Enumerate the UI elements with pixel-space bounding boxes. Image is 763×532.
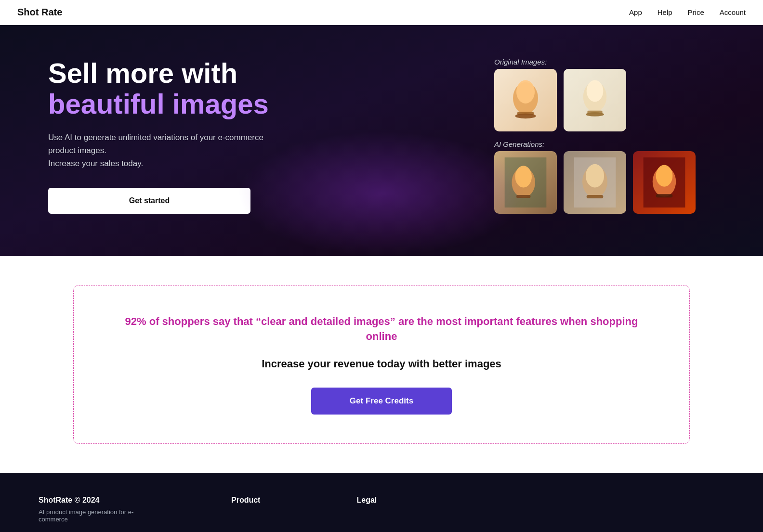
original-images-row [494,69,696,131]
nav-item-app[interactable]: App [629,8,642,17]
original-images-label: Original Images: [494,58,696,66]
original-images-section: Original Images: [494,58,696,131]
stats-tagline: Increase your revenue today with better … [112,358,651,370]
hero-headline: Sell more with beautiful images [48,58,279,119]
footer-col-product-heading: Product [231,496,260,505]
nav-item-price[interactable]: Price [688,8,704,17]
footer-brand-name: ShotRate © 2024 [39,496,135,505]
nav-link-account[interactable]: Account [720,8,746,16]
ai-image-3 [633,151,696,214]
footer-col-product: Product [231,496,260,512]
nav-link-app[interactable]: App [629,8,642,16]
navigation: Shot Rate App Help Price Account [0,0,763,25]
stats-card: 92% of shoppers say that “clear and deta… [73,285,690,444]
hero-left: Sell more with beautiful images Use AI t… [48,58,279,213]
svg-point-5 [587,80,604,102]
original-image-2 [564,69,626,131]
nav-link-price[interactable]: Price [688,8,704,16]
site-logo[interactable]: Shot Rate [17,7,62,18]
hero-section: Sell more with beautiful images Use AI t… [0,25,763,256]
svg-point-7 [586,112,604,117]
svg-point-18 [656,165,673,187]
svg-point-3 [515,114,536,118]
hero-subtext-line2: Increase your sales today. [48,159,143,168]
nav-links: App Help Price Account [629,8,746,17]
footer-col-legal-heading: Legal [356,496,377,505]
hero-headline-plain: Sell more with [48,57,237,89]
svg-point-14 [586,164,604,188]
ai-image-1 [494,151,557,214]
footer-brand: ShotRate © 2024 AI product image generat… [39,496,135,523]
hero-headline-highlight: beautiful images [48,88,269,119]
footer: ShotRate © 2024 AI product image generat… [0,473,763,532]
svg-rect-11 [516,195,530,198]
hero-subtext: Use AI to generate unlimited variations … [48,131,279,170]
svg-rect-19 [656,194,673,197]
stats-cta-button[interactable]: Get Free Credits [311,388,452,415]
hero-right: Original Images: [494,58,715,214]
nav-link-help[interactable]: Help [658,8,672,16]
nav-item-help[interactable]: Help [658,8,672,17]
ai-images-section: AI Generations: [494,140,696,214]
footer-brand-sub: AI product image generation for e-commer… [39,508,135,523]
ai-images-label: AI Generations: [494,140,696,148]
ai-image-2 [564,151,626,214]
stats-quote: 92% of shoppers say that “clear and deta… [112,314,651,344]
ai-images-row [494,151,696,214]
svg-point-1 [516,80,535,104]
nav-item-account[interactable]: Account [720,8,746,17]
svg-rect-15 [587,195,604,198]
svg-point-10 [515,166,532,187]
hero-subtext-line1: Use AI to generate unlimited variations … [48,133,263,155]
footer-col-legal: Legal [356,496,377,512]
original-image-1 [494,69,557,131]
hero-cta-button[interactable]: Get started [48,188,250,214]
stats-section: 92% of shoppers say that “clear and deta… [0,256,763,473]
